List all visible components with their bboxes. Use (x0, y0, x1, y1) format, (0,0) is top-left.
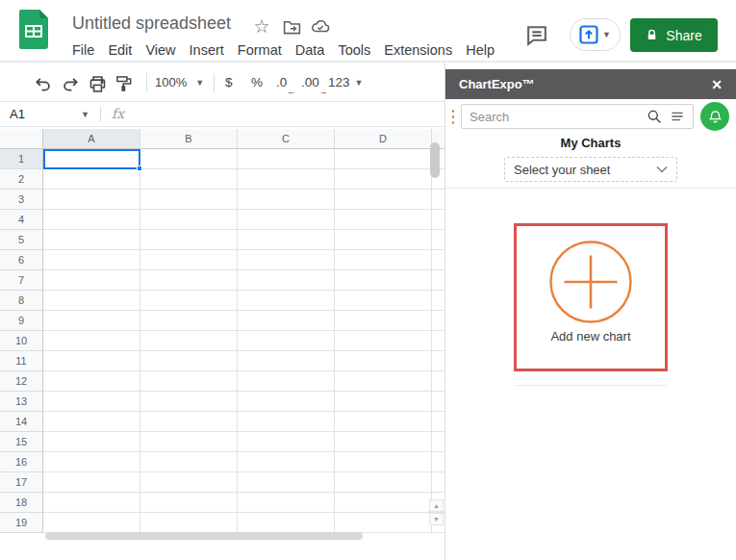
row-header-17[interactable]: 17 (0, 472, 43, 493)
chevron-down-icon (656, 165, 668, 173)
row-header-11[interactable]: 11 (0, 351, 43, 371)
format-currency-button[interactable]: $ (225, 75, 233, 89)
row-header-19[interactable]: 19 (0, 513, 43, 533)
paint-format-icon[interactable] (113, 72, 136, 95)
panel-divider (445, 188, 736, 189)
toolbar-divider (146, 73, 147, 92)
row-header-18[interactable]: 18 (0, 493, 43, 513)
row-header-15[interactable]: 15 (0, 432, 43, 452)
row-header-8[interactable]: 8 (0, 291, 43, 311)
decrease-decimal-arrow-icon: ← (287, 87, 295, 96)
topbar: Untitled spreadsheet ☆ FileEditViewInser… (0, 0, 736, 61)
increase-decimal-arrow-icon: → (319, 87, 328, 96)
row-header-1[interactable]: 1 (0, 149, 43, 169)
star-icon[interactable]: ☆ (251, 16, 272, 38)
zoom-caret-icon: ▼ (195, 78, 204, 88)
panel-toolbar (445, 99, 736, 134)
zoom-level: 100% (155, 75, 187, 89)
publish-caret-icon: ▼ (602, 30, 611, 39)
publish-up-arrow-icon (579, 25, 598, 44)
close-icon[interactable]: ✕ (711, 77, 723, 92)
fill-handle[interactable] (137, 165, 142, 171)
formula-bar: A1 ▼ fx (0, 101, 444, 127)
toolbar-divider (214, 73, 215, 92)
share-label: Share (666, 28, 701, 43)
decrease-decimal-button[interactable]: .0 ← (276, 75, 287, 89)
column-header-C[interactable]: C (238, 129, 335, 149)
cloud-saved-icon[interactable] (310, 16, 331, 38)
select-all-corner[interactable] (0, 129, 43, 149)
menu-help[interactable]: Help (459, 40, 501, 60)
search-box (461, 104, 694, 129)
lock-icon (646, 29, 658, 41)
menubar: FileEditViewInsertFormatDataToolsExtensi… (65, 40, 501, 60)
publish-button[interactable]: ▼ (570, 18, 621, 51)
zoom-control[interactable]: 100% ▼ (155, 75, 204, 89)
menu-extensions[interactable]: Extensions (377, 40, 459, 60)
move-folder-icon[interactable] (281, 16, 302, 38)
column-header-B[interactable]: B (140, 129, 238, 149)
menu-tools[interactable]: Tools (331, 40, 377, 60)
spreadsheet-grid: ABCD 12345678910111213141516171819 (0, 129, 444, 542)
menu-view[interactable]: View (139, 40, 182, 60)
name-box-caret-icon[interactable]: ▼ (81, 110, 89, 119)
add-new-chart-label: Add new chart (517, 329, 665, 344)
sheet-selector-value: Select your sheet (514, 163, 610, 177)
notification-bell-icon[interactable] (700, 102, 729, 131)
plus-circle-icon (548, 240, 633, 324)
comment-history-icon[interactable] (523, 22, 549, 47)
row-header-13[interactable]: 13 (0, 392, 43, 412)
selected-cell[interactable] (43, 149, 140, 169)
toolbar: 100% ▼ $ % .0 ← .00 → 123 ▼ (0, 63, 444, 101)
row-header-2[interactable]: 2 (0, 169, 43, 190)
row-header-9[interactable]: 9 (0, 311, 43, 331)
row-header-16[interactable]: 16 (0, 452, 43, 472)
chartexpo-panel: ChartExpo™ ✕ My Charts (444, 63, 736, 560)
filter-icon[interactable] (670, 109, 685, 124)
menu-format[interactable]: Format (231, 40, 289, 60)
redo-icon[interactable] (59, 72, 82, 95)
add-new-chart-button[interactable]: Add new chart (514, 223, 668, 371)
row-header-3[interactable]: 3 (0, 190, 43, 210)
share-button[interactable]: Share (630, 18, 718, 52)
increase-decimal-button[interactable]: .00 → (301, 75, 319, 89)
format-percent-button[interactable]: % (251, 75, 263, 89)
menu-data[interactable]: Data (289, 40, 332, 60)
row-header-4[interactable]: 4 (0, 210, 43, 230)
row-header-14[interactable]: 14 (0, 412, 43, 432)
spreadsheet-area: 100% ▼ $ % .0 ← .00 → 123 ▼ A1 ▼ fx ABCD… (0, 63, 444, 560)
row-header-6[interactable]: 6 (0, 250, 43, 270)
formula-bar-divider (100, 107, 101, 122)
row-header-5[interactable]: 5 (0, 230, 43, 250)
column-header-A[interactable]: A (43, 129, 140, 149)
print-icon[interactable] (86, 72, 109, 95)
row-header-12[interactable]: 12 (0, 371, 43, 392)
fx-icon: fx (112, 106, 124, 121)
cell-name-box[interactable]: A1 (10, 107, 25, 121)
scroll-up-button[interactable]: ▲ (429, 499, 444, 512)
sheet-selector-dropdown[interactable]: Select your sheet (504, 157, 677, 182)
undo-icon[interactable] (31, 72, 54, 95)
menu-file[interactable]: File (65, 40, 101, 60)
menu-edit[interactable]: Edit (101, 40, 139, 60)
column-header-D[interactable]: D (335, 129, 432, 149)
more-formats-caret-icon: ▼ (355, 78, 364, 88)
panel-title: ChartExpo™ (459, 77, 535, 91)
panel-header: ChartExpo™ ✕ (445, 69, 736, 99)
my-charts-heading: My Charts (445, 136, 736, 150)
row-header-7[interactable]: 7 (0, 270, 43, 291)
vertical-scrollbar-thumb[interactable] (430, 142, 440, 178)
menu-insert[interactable]: Insert (183, 40, 231, 60)
more-formats-button[interactable]: 123 ▼ (328, 75, 363, 89)
menu-icon[interactable] (452, 110, 454, 124)
sheets-logo-icon[interactable] (19, 10, 48, 49)
document-title[interactable]: Untitled spreadsheet (72, 13, 231, 34)
horizontal-scrollbar-thumb[interactable] (45, 532, 363, 540)
cell-area[interactable] (43, 149, 444, 533)
row-header-10[interactable]: 10 (0, 331, 43, 351)
search-input[interactable] (470, 110, 639, 124)
scroll-down-button[interactable]: ▼ (429, 513, 444, 525)
card-bottom-divider (515, 385, 667, 386)
search-icon[interactable] (647, 109, 662, 124)
